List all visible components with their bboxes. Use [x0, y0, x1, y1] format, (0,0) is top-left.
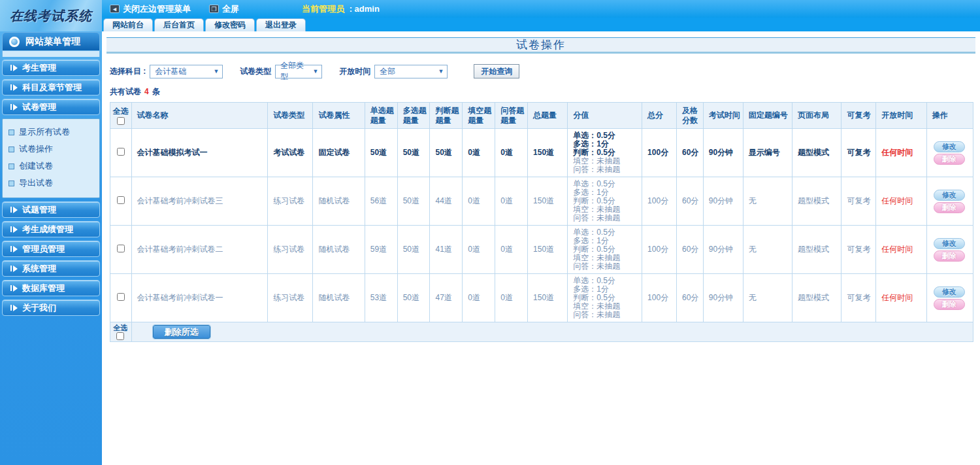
- top-tab[interactable]: 退出登录: [256, 18, 306, 31]
- pass-score: 60分: [677, 177, 704, 226]
- delete-button[interactable]: 删除: [934, 202, 965, 213]
- top-tab[interactable]: 网站前台: [103, 18, 153, 31]
- header-judge: 判断题题量: [430, 103, 463, 129]
- sidebar-item[interactable]: 科目及章节管理: [2, 79, 100, 95]
- sidebar-subitem[interactable]: 显示所有试卷: [3, 124, 99, 141]
- chevron-down-icon: ▼: [312, 68, 318, 75]
- sidebar-item[interactable]: 试卷管理: [2, 99, 100, 115]
- circle-icon: [9, 37, 20, 47]
- total-count: 150道: [528, 129, 568, 177]
- sidebar-subitem[interactable]: 创建试卷: [3, 158, 99, 175]
- play-icon: [10, 207, 18, 213]
- sidebar-title-bar: 网站菜单管理: [2, 32, 100, 51]
- sidebar-item[interactable]: 关于我们: [2, 300, 100, 316]
- qa-count: 0道: [495, 177, 528, 226]
- exam-time: 90分钟: [703, 226, 743, 274]
- close-menu-button[interactable]: ◄ 关闭左边管理菜单: [110, 3, 191, 15]
- qa-count: 0道: [495, 129, 528, 177]
- play-icon: [10, 65, 18, 71]
- sidebar-subitem[interactable]: 导出试卷: [3, 175, 99, 192]
- sidebar-subitem[interactable]: 试卷操作: [3, 141, 99, 158]
- type-select[interactable]: 全部类型 ▼: [275, 65, 322, 78]
- retake-flag: 可复考: [841, 129, 876, 177]
- sidebar-item-label: 数据库管理: [22, 283, 65, 294]
- app-logo: 在线考试系统: [0, 0, 102, 31]
- table-row: 会计基础考前冲刺试卷二 练习试卷 随机试卷 59道 50道 41道 0道 0道 …: [110, 226, 973, 274]
- header-qa: 问答题题量: [495, 103, 528, 129]
- row-actions: 修改 删除: [926, 274, 973, 322]
- total-count: 150道: [528, 274, 568, 322]
- delete-button[interactable]: 删除: [934, 250, 965, 262]
- modify-button[interactable]: 修改: [934, 286, 965, 298]
- delete-button[interactable]: 删除: [934, 299, 965, 310]
- admin-info: 当前管理员 : admin: [302, 3, 380, 15]
- open-time: 任何时间: [876, 129, 926, 177]
- score-values: 单选：0.5分多选：1分判断：0.5分填空：未抽题问答：未抽题: [568, 177, 642, 226]
- header-select-all: 全选: [110, 103, 132, 129]
- row-actions: 修改 删除: [926, 177, 973, 226]
- page-title: 试卷操作: [106, 37, 975, 54]
- square-icon: [8, 181, 14, 186]
- sidebar-item-label: 关于我们: [22, 302, 56, 314]
- exam-attr: 固定试卷: [313, 129, 365, 177]
- close-menu-label: 关闭左边管理菜单: [123, 3, 191, 15]
- header-total: 总题量: [528, 103, 568, 129]
- open-time: 任何时间: [876, 226, 926, 274]
- select-all-checkbox[interactable]: [117, 117, 125, 125]
- fullscreen-button[interactable]: ❐ 全屏: [209, 3, 239, 15]
- sidebar-item[interactable]: 管理员管理: [2, 241, 100, 257]
- score-values: 单选：0.5分多选：1分判断：0.5分填空：未抽题问答：未抽题: [568, 274, 642, 322]
- exam-attr: 随机试卷: [313, 177, 365, 226]
- query-button[interactable]: 开始查询: [474, 64, 519, 78]
- sidebar-item-label: 系统管理: [22, 263, 56, 275]
- header-pass: 及格分数: [677, 103, 704, 129]
- total-score: 100分: [642, 274, 677, 322]
- table-footer-row: 全选 删除所选: [110, 322, 973, 342]
- modify-button[interactable]: 修改: [934, 141, 965, 152]
- header-attr: 试卷属性: [313, 103, 365, 129]
- footer-select-all-checkbox[interactable]: [116, 332, 124, 340]
- sidebar-item-label: 试卷管理: [22, 101, 56, 113]
- retake-flag: 可复考: [841, 177, 876, 226]
- fixed-number: 无: [743, 274, 792, 322]
- header-fixed-num: 固定题编号: [743, 103, 792, 129]
- exam-time: 90分钟: [703, 129, 743, 177]
- sidebar-item[interactable]: 考生成绩管理: [2, 221, 100, 237]
- collapse-left-icon: ◄: [110, 5, 120, 13]
- top-tab[interactable]: 修改密码: [205, 18, 255, 31]
- exam-type: 练习试卷: [268, 177, 313, 226]
- pass-score: 60分: [677, 274, 704, 322]
- time-select[interactable]: 全部 ▼: [374, 65, 448, 78]
- sidebar-item[interactable]: 系统管理: [2, 260, 100, 277]
- filter-bar: 选择科目 : 会计基础 ▼ 试卷类型 全部类型 ▼ 开放时间 全部 ▼ 开始查询: [110, 64, 980, 78]
- count-prefix: 共有试卷: [110, 87, 141, 96]
- footer-select-all: 全选: [110, 322, 132, 342]
- page-layout: 题型模式: [792, 226, 841, 274]
- main-content: 试卷操作 选择科目 : 会计基础 ▼ 试卷类型 全部类型 ▼ 开放时间 全部 ▼…: [102, 31, 980, 465]
- row-checkbox[interactable]: [117, 196, 125, 204]
- sidebar-item-label: 考生成绩管理: [22, 224, 73, 235]
- blank-count: 0道: [463, 226, 495, 274]
- play-icon: [10, 305, 18, 311]
- modify-button[interactable]: 修改: [934, 190, 965, 201]
- header-score: 分值: [568, 103, 642, 129]
- subject-select[interactable]: 会计基础 ▼: [150, 65, 223, 78]
- online-exam-admin: 在线考试系统 网站菜单管理 考生管理科目及章节管理试卷管理显示所有试卷试卷操作创…: [0, 0, 980, 465]
- delete-selected-button[interactable]: 删除所选: [153, 325, 210, 339]
- modify-button[interactable]: 修改: [934, 238, 965, 249]
- play-icon: [10, 104, 18, 111]
- blank-count: 0道: [463, 274, 495, 322]
- sidebar-item[interactable]: 考生管理: [2, 60, 100, 76]
- header-open-time: 开放时间: [876, 103, 926, 129]
- row-checkbox[interactable]: [117, 245, 125, 252]
- row-checkbox[interactable]: [117, 293, 125, 301]
- multi-count: 50道: [397, 226, 430, 274]
- time-label: 开放时间: [339, 66, 370, 77]
- top-tab[interactable]: 后台首页: [154, 18, 204, 31]
- row-checkbox[interactable]: [117, 148, 125, 156]
- exam-name: 会计基础考前冲刺试卷一: [131, 274, 268, 322]
- delete-button[interactable]: 删除: [934, 154, 965, 165]
- sidebar-item[interactable]: 试题管理: [2, 201, 100, 218]
- sidebar-item[interactable]: 数据库管理: [2, 280, 100, 296]
- count-number: 4: [144, 87, 149, 96]
